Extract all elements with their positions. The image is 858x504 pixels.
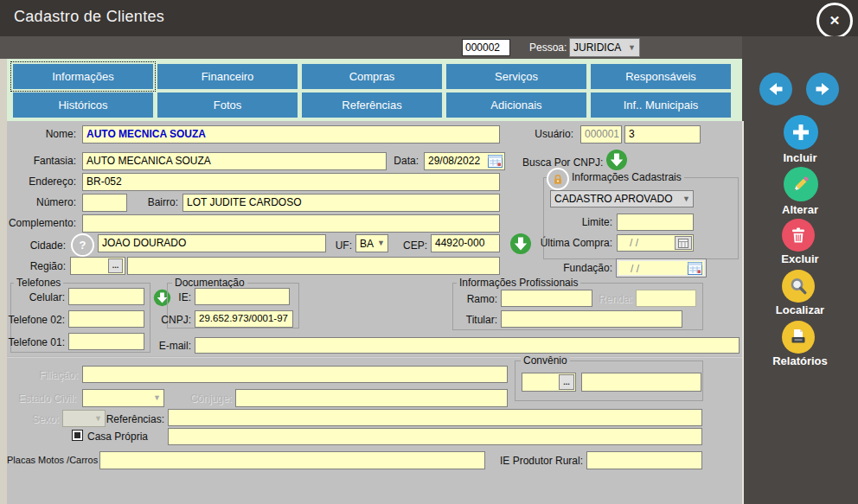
relatorios-label: Relatórios bbox=[742, 354, 858, 367]
nome-label: Nome: bbox=[7, 128, 76, 140]
tab-compras[interactable]: Compras bbox=[302, 64, 442, 89]
endereco-input[interactable]: BR-052 bbox=[82, 173, 500, 191]
tab-adicionais[interactable]: Adicionais bbox=[446, 93, 586, 118]
documentacao-title: Documentação bbox=[172, 277, 247, 289]
next-record-button[interactable] bbox=[806, 73, 839, 105]
bairro-input[interactable]: LOT JUDITE CARDOSO bbox=[182, 194, 500, 212]
regiao-desc-input[interactable] bbox=[127, 257, 500, 275]
renda-label: Renda: bbox=[578, 293, 632, 305]
sexo-select[interactable]: ▼ bbox=[62, 410, 106, 427]
alterar-button[interactable] bbox=[784, 167, 818, 201]
casa-propria-label: Casa Própria bbox=[87, 431, 165, 443]
pessoa-select[interactable]: JURIDICA ▼ bbox=[569, 38, 640, 57]
prev-record-button[interactable] bbox=[759, 73, 792, 105]
magnifier-icon bbox=[789, 277, 808, 296]
pessoa-label: Pessoa: bbox=[529, 41, 567, 54]
placas-input[interactable] bbox=[99, 451, 485, 469]
referencias-input[interactable] bbox=[168, 409, 702, 426]
complemento-label: Complemento: bbox=[7, 217, 76, 229]
email-input[interactable] bbox=[195, 337, 740, 354]
arrow-right-icon bbox=[814, 80, 831, 98]
lock-icon bbox=[547, 168, 569, 190]
estado-civil-select[interactable]: ▼ bbox=[82, 389, 164, 407]
celular-label: Celular: bbox=[7, 291, 65, 303]
ellipsis-icon: ... bbox=[563, 379, 570, 386]
tab-referencias[interactable]: Referências bbox=[302, 93, 442, 118]
filiacao-label: Filiação: bbox=[7, 369, 78, 381]
celular-input[interactable] bbox=[68, 288, 144, 305]
telefone02-input[interactable] bbox=[68, 310, 144, 328]
tab-responsaveis[interactable]: Responsáveis bbox=[591, 64, 731, 89]
cep-input[interactable]: 44920-000 bbox=[431, 234, 500, 252]
data-label: Data: bbox=[381, 155, 419, 167]
close-button[interactable]: ✕ bbox=[816, 3, 853, 39]
tab-informacoes[interactable]: Informações bbox=[13, 64, 153, 89]
complemento-input[interactable] bbox=[82, 214, 500, 233]
relatorios-button[interactable] bbox=[782, 321, 815, 354]
nome-input[interactable]: AUTO MECNICA SOUZA bbox=[82, 125, 500, 144]
filiacao-input[interactable] bbox=[82, 366, 508, 383]
tab-fotos[interactable]: Fotos bbox=[157, 93, 298, 118]
left-edge-strip bbox=[0, 59, 7, 504]
uf-select[interactable]: BA ▼ bbox=[355, 234, 388, 252]
numero-label: Número: bbox=[7, 196, 76, 208]
convenio-browse-button[interactable]: ... bbox=[559, 374, 574, 390]
fantasia-input[interactable]: AUTO MECANICA SOUZA bbox=[82, 152, 387, 170]
referencias-label: Referências: bbox=[102, 413, 164, 425]
excluir-button[interactable] bbox=[782, 219, 815, 252]
convenio-desc-input[interactable] bbox=[581, 373, 701, 392]
tab-servicos[interactable]: Serviços bbox=[446, 64, 586, 89]
tab-financeiro[interactable]: Financeiro bbox=[157, 64, 298, 89]
calendar-icon[interactable] bbox=[688, 261, 702, 275]
telefones-title: Telefones bbox=[14, 277, 63, 289]
cadastro-clientes-window: Cadastro de Clientes ✕ 000002 Pessoa: JU… bbox=[0, 0, 858, 504]
conjuge-input[interactable] bbox=[235, 389, 508, 407]
estado-civil-label: Estado Civil: bbox=[7, 392, 76, 405]
usuario-id-input[interactable]: 3 bbox=[624, 125, 701, 144]
cidade-label: Cidade: bbox=[7, 239, 66, 252]
regiao-browse-button[interactable]: ... bbox=[108, 258, 123, 273]
ie-produtor-input[interactable] bbox=[586, 451, 702, 469]
action-sidebar: Incluir Alterar Excluir bbox=[742, 36, 858, 504]
chevron-down-icon: ▼ bbox=[682, 195, 690, 203]
localizar-button[interactable] bbox=[782, 270, 815, 303]
limite-label: Limite: bbox=[526, 216, 612, 228]
bairro-label: Bairro: bbox=[135, 196, 178, 208]
chevron-down-icon: ▼ bbox=[94, 415, 102, 423]
pencil-icon bbox=[791, 175, 810, 194]
usuario-code-input[interactable]: 000001 bbox=[580, 125, 622, 144]
tab-inf-municipais[interactable]: Inf.. Municipais bbox=[591, 93, 731, 118]
regiao-label: Região: bbox=[7, 260, 66, 272]
chevron-down-icon: ▼ bbox=[377, 239, 385, 247]
uf-label: UF: bbox=[331, 239, 352, 252]
casa-propria-checkbox[interactable] bbox=[72, 430, 83, 441]
ultima-compra-label: Última Compra: bbox=[519, 237, 612, 249]
casa-propria-input[interactable] bbox=[168, 428, 702, 445]
renda-input[interactable] bbox=[636, 290, 696, 307]
calendar-icon[interactable] bbox=[488, 154, 503, 168]
fantasia-label: Fantasia: bbox=[7, 155, 76, 167]
ultima-compra-calendar-button[interactable] bbox=[675, 236, 692, 250]
record-number-input[interactable]: 000002 bbox=[462, 39, 510, 56]
tab-historicos[interactable]: Históricos bbox=[13, 93, 153, 118]
telefone01-label: Telefone 01: bbox=[7, 336, 65, 348]
incluir-button[interactable] bbox=[784, 115, 818, 150]
page-title: Cadastro de Clientes bbox=[14, 8, 164, 26]
cadastro-status-select[interactable]: CADASTRO APROVADO ▼ bbox=[550, 190, 694, 207]
titular-input[interactable] bbox=[501, 310, 682, 328]
fundacao-label: Fundação: bbox=[526, 262, 612, 274]
cadastro-status-value: CADASTRO APROVADO bbox=[554, 193, 672, 205]
localizar-label: Localizar bbox=[742, 303, 858, 316]
busca-cnpj-download-icon[interactable] bbox=[605, 149, 628, 171]
title-bar: Cadastro de Clientes ✕ bbox=[0, 0, 858, 36]
informacoes-form: Nome: AUTO MECNICA SOUZA Usuário: 000001… bbox=[7, 121, 744, 504]
cidade-input[interactable]: JOAO DOURADO bbox=[98, 234, 326, 252]
cep-fetch-icon[interactable] bbox=[509, 233, 532, 255]
tab-panel: Informações Financeiro Compras Serviços … bbox=[7, 59, 742, 121]
city-help-icon[interactable]: ? bbox=[71, 233, 94, 257]
ie-input[interactable] bbox=[195, 288, 290, 305]
cnpj-input[interactable]: 29.652.973/0001-97 bbox=[195, 310, 293, 328]
section-divider bbox=[7, 356, 742, 358]
limite-input[interactable] bbox=[617, 214, 694, 231]
numero-input[interactable] bbox=[82, 194, 127, 212]
